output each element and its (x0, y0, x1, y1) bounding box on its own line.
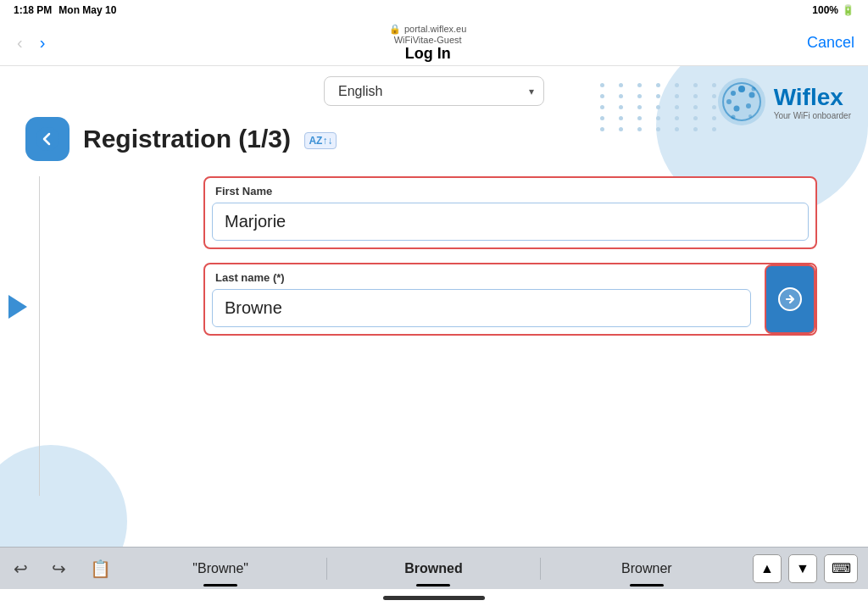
play-triangle-icon (8, 295, 27, 319)
nav-back-button[interactable]: ‹ (14, 30, 26, 56)
back-button[interactable] (25, 117, 70, 161)
kb-suggestion-quoted[interactable]: "Browne" (114, 558, 327, 580)
nav-center: 🔒 portal.wiflex.eu WiFiVitae-Guest Log I… (48, 24, 807, 63)
translate-icon: AZ↑↓ (304, 132, 337, 149)
wiflex-text: Wiflex Your WiFi onboarder (774, 84, 851, 120)
kb-undo-button[interactable]: ↩ (10, 555, 31, 582)
status-day: Mon May 10 (58, 4, 116, 16)
first-name-label: First Name (212, 185, 809, 197)
kb-left-controls: ↩ ↪ 📋 (10, 555, 114, 582)
kb-arrow-down-button[interactable]: ▼ (788, 554, 817, 583)
play-button[interactable] (8, 295, 27, 319)
language-select[interactable]: English Français Deutsch Español (324, 76, 544, 106)
kb-right-controls: ▲ ▼ ⌨ (753, 554, 858, 583)
page-title: Registration (1/3) AZ↑↓ (83, 125, 337, 153)
kb-suggestions: "Browne" Browned Browner (114, 558, 753, 580)
svg-point-10 (748, 114, 752, 118)
svg-point-5 (746, 103, 751, 108)
main-content: English Français Deutsch Español ▾ Wifle… (0, 66, 868, 547)
nav-forward-button[interactable]: › (36, 30, 49, 56)
nav-arrows: ‹ › (14, 30, 48, 56)
first-name-outer: First Name (203, 176, 817, 249)
nav-title: Log In (48, 45, 807, 63)
svg-point-3 (738, 86, 745, 92)
last-name-label: Last name (*) (212, 271, 751, 284)
status-bar: 1:18 PM Mon May 10 100% 🔋 (0, 0, 868, 20)
home-bar (383, 596, 485, 600)
form-area: First Name Last name (*) (203, 176, 817, 349)
nav-url: 🔒 portal.wiflex.eu (48, 24, 807, 35)
page-header: Registration (1/3) AZ↑↓ (25, 117, 337, 161)
language-selector-wrap: English Français Deutsch Español ▾ (324, 76, 544, 106)
arrow-right-circle-icon (777, 286, 803, 312)
home-indicator (0, 589, 868, 606)
cancel-button[interactable]: Cancel (807, 34, 854, 52)
svg-point-11 (36, 127, 59, 151)
wiflex-logo: Wiflex Your WiFi onboarder (716, 76, 851, 127)
last-name-group: Last name (*) (203, 263, 817, 336)
svg-point-7 (726, 99, 732, 104)
kb-suggestion-right[interactable]: Browner (541, 558, 753, 580)
page-title-text: Registration (1/3) (83, 125, 291, 153)
svg-point-2 (731, 91, 736, 96)
wiflex-globe-icon (716, 76, 767, 127)
kb-keyboard-button[interactable]: ⌨ (824, 554, 858, 583)
status-time: 1:18 PM (14, 4, 52, 16)
dots-pattern (600, 83, 724, 131)
wiflex-tagline: Your WiFi onboarder (774, 111, 851, 120)
svg-point-9 (731, 115, 735, 120)
nav-subdomain: WiFiVitae-Guest (48, 35, 807, 45)
nav-subdomain-text: WiFiVitae-Guest (394, 35, 462, 45)
last-name-outer: Last name (*) (203, 263, 817, 336)
first-name-group: First Name (203, 176, 817, 249)
svg-point-4 (748, 92, 754, 98)
arrow-left-icon (36, 127, 59, 151)
vertical-divider (39, 176, 40, 496)
last-name-input[interactable] (212, 289, 751, 327)
nav-bar: ‹ › 🔒 portal.wiflex.eu WiFiVitae-Guest L… (0, 20, 868, 66)
first-name-input[interactable] (212, 203, 809, 241)
kb-paste-button[interactable]: 📋 (86, 555, 114, 582)
kb-arrow-up-button[interactable]: ▲ (753, 554, 782, 583)
lock-icon: 🔒 (389, 24, 401, 35)
keyboard-toolbar: ↩ ↪ 📋 "Browne" Browned Browner ▲ ▼ ⌨ (0, 547, 868, 589)
svg-point-0 (718, 78, 765, 125)
kb-suggestion-active[interactable]: Browned (327, 558, 540, 580)
wiflex-brand-name: Wiflex (774, 84, 851, 111)
nav-domain: portal.wiflex.eu (404, 24, 466, 34)
battery-percent: 100% (812, 4, 838, 16)
next-button[interactable] (765, 264, 815, 334)
kb-redo-button[interactable]: ↪ (48, 555, 70, 582)
svg-point-8 (751, 87, 755, 92)
blob-decoration-bottom (0, 445, 127, 547)
battery-icon: 🔋 (842, 4, 854, 16)
svg-point-6 (733, 106, 739, 112)
